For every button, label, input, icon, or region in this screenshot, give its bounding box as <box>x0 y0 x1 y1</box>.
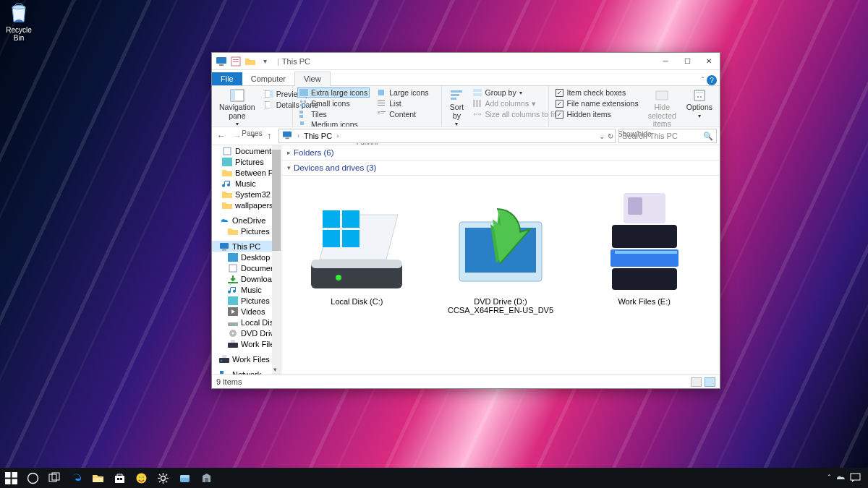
svg-rect-53 <box>228 296 238 305</box>
drive-c-label: Local Disk (C:) <box>296 297 418 306</box>
layout-extra-large[interactable]: Extra large icons <box>297 87 370 98</box>
svg-point-58 <box>232 332 234 334</box>
nav-music-2[interactable]: Music <box>212 284 281 295</box>
nav-desktop[interactable]: Desktop <box>212 252 281 262</box>
nav-system32[interactable]: System32 <box>212 189 281 200</box>
nav-wallpapers[interactable]: wallpapers <box>212 200 281 210</box>
svg-rect-5 <box>233 61 239 62</box>
nav-this-pc[interactable]: This PC <box>212 241 281 252</box>
nav-work-files-2[interactable]: Work Files (E:) <box>212 354 281 364</box>
nav-work-files[interactable]: Work Files (E:) <box>212 338 281 349</box>
file-explorer-taskbar-icon[interactable] <box>90 470 106 486</box>
nav-forward-button[interactable]: → <box>231 129 244 142</box>
minimize-button[interactable]: ─ <box>655 53 676 70</box>
nav-network[interactable]: Network <box>212 369 281 374</box>
drive-local-disk-c[interactable]: Local Disk (C:) <box>296 189 418 314</box>
svg-rect-70 <box>323 210 340 228</box>
nav-between-pcs[interactable]: Between PCs <box>212 167 281 178</box>
layout-small[interactable]: Small icons <box>297 98 370 108</box>
drive-d-label: DVD Drive (D:) CCSA_X64FRE_EN-US_DV5 <box>440 297 562 314</box>
layout-list[interactable]: List <box>375 98 430 108</box>
address-bar[interactable]: › This PC › ⌄ ↻ <box>278 129 616 143</box>
svg-point-96 <box>139 476 140 478</box>
taskbar-app-1-icon[interactable] <box>176 470 192 486</box>
svg-rect-48 <box>220 243 229 249</box>
address-dropdown-icon[interactable]: ⌄ <box>599 132 605 140</box>
nav-onedrive[interactable]: OneDrive <box>212 215 281 226</box>
start-button[interactable] <box>3 470 19 486</box>
refresh-icon[interactable]: ↻ <box>608 132 613 140</box>
qat-properties-icon[interactable] <box>230 56 242 67</box>
taskbar-app-2-icon[interactable] <box>198 470 214 486</box>
nav-local-disk[interactable]: Local Disk (C:) <box>212 317 281 328</box>
svg-rect-47 <box>222 158 232 166</box>
help-icon[interactable]: ? <box>707 75 717 85</box>
nav-pictures-2[interactable]: Pictures <box>212 295 281 306</box>
action-center-icon[interactable] <box>850 473 861 484</box>
svg-rect-16 <box>304 104 306 106</box>
group-by-button[interactable]: Group by ▾ <box>471 87 558 98</box>
navigation-pane: Documents Pictures Between PCs Music Sys… <box>212 145 281 374</box>
navpane-scrollbar[interactable]: ▾ <box>272 145 281 374</box>
nav-documents-2[interactable]: Documents <box>212 262 281 273</box>
recycle-bin-desktop-icon[interactable]: Recycle Bin <box>3 1 35 42</box>
tray-overflow-icon[interactable]: ˆ <box>828 474 830 482</box>
tab-file[interactable]: File <box>212 72 242 85</box>
nav-dvd-drive[interactable]: DVD Drive (D:) C <box>212 328 281 338</box>
file-extensions-toggle[interactable]: ✓File name extensions <box>553 98 640 108</box>
add-columns-button: Add columns ▾ <box>471 98 558 108</box>
tray-onedrive-icon[interactable] <box>835 473 846 484</box>
tab-computer[interactable]: Computer <box>242 72 294 85</box>
maximize-button[interactable]: ☐ <box>676 53 698 70</box>
layout-content[interactable]: Content <box>375 109 430 119</box>
nav-videos[interactable]: Videos <box>212 306 281 317</box>
svg-rect-38 <box>479 100 481 107</box>
svg-line-104 <box>166 481 167 482</box>
svg-point-63 <box>221 359 223 361</box>
drive-dvd-d[interactable]: DVD Drive (D:) CCSA_X64FRE_EN-US_DV5 <box>440 189 562 314</box>
item-check-boxes-toggle[interactable]: ✓Item check boxes <box>553 87 640 98</box>
search-input[interactable]: Search This PC 🔍 <box>618 129 717 143</box>
options-button[interactable]: Options▾ <box>684 87 715 121</box>
layout-large[interactable]: Large icons <box>375 87 430 98</box>
emoji-app-icon[interactable] <box>133 470 149 486</box>
folders-section-header[interactable]: ▸Folders (6) <box>281 145 720 160</box>
nav-recent-dropdown[interactable]: ▾ <box>247 129 260 142</box>
svg-line-105 <box>159 481 161 482</box>
store-icon[interactable] <box>111 470 127 486</box>
nav-music[interactable]: Music <box>212 178 281 189</box>
qat-newfolder-icon[interactable] <box>244 56 256 67</box>
file-explorer-window: ▾ | This PC ─ ☐ ✕ File Computer View ˆ ? <box>211 52 720 389</box>
nav-onedrive-pictures[interactable]: Pictures <box>212 226 281 236</box>
nav-up-button[interactable]: ↑ <box>263 129 276 142</box>
edge-icon[interactable] <box>68 470 84 486</box>
svg-rect-26 <box>300 121 304 125</box>
breadcrumb-this-pc[interactable]: This PC <box>302 132 334 140</box>
svg-rect-91 <box>93 478 103 482</box>
drive-work-files-e[interactable]: Work Files (E:) <box>583 189 705 314</box>
svg-rect-23 <box>378 111 380 114</box>
sort-by-button[interactable]: Sort by▾ <box>446 87 467 129</box>
nav-back-button[interactable]: ← <box>215 129 228 142</box>
hidden-items-toggle[interactable]: ✓Hidden items <box>553 109 640 119</box>
svg-rect-78 <box>628 197 642 215</box>
svg-rect-51 <box>229 265 237 272</box>
tab-view[interactable]: View <box>294 72 331 86</box>
cortana-search-icon[interactable] <box>25 470 41 486</box>
layout-tiles[interactable]: Tiles <box>297 109 370 119</box>
svg-rect-32 <box>451 94 459 96</box>
drives-section-header[interactable]: ▾Devices and drives (3) <box>281 160 720 176</box>
nav-documents[interactable]: Documents <box>212 145 281 156</box>
close-button[interactable]: ✕ <box>698 53 720 70</box>
task-view-icon[interactable] <box>46 470 62 486</box>
navigation-pane-button[interactable]: Navigation pane▾ <box>216 87 258 129</box>
svg-rect-46 <box>224 147 231 155</box>
qat-dropdown-icon[interactable]: ▾ <box>259 56 271 67</box>
nav-downloads[interactable]: Downloads <box>212 273 281 284</box>
ribbon-collapse-icon[interactable]: ˆ <box>702 77 704 85</box>
nav-pictures[interactable]: Pictures <box>212 156 281 167</box>
svg-rect-15 <box>300 104 302 106</box>
view-large-icons-button[interactable] <box>705 377 715 387</box>
view-details-button[interactable] <box>691 377 702 387</box>
settings-icon[interactable] <box>155 470 171 486</box>
